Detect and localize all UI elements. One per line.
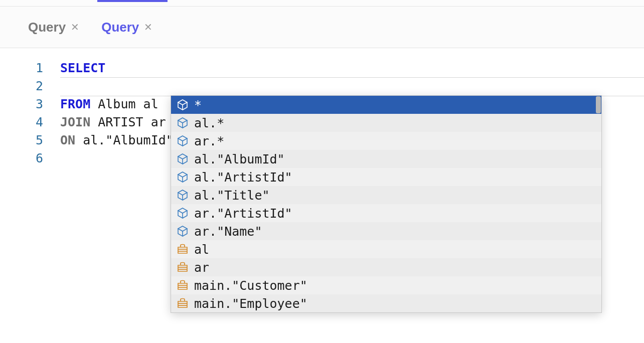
autocomplete-item[interactable]: ar xyxy=(171,258,601,276)
token: SELECT xyxy=(60,61,105,75)
autocomplete-popup[interactable]: *al.*ar.*al."AlbumId"al."ArtistId"al."Ti… xyxy=(171,95,602,313)
autocomplete-item-label: * xyxy=(194,98,202,112)
table-icon xyxy=(176,243,189,256)
autocomplete-item[interactable]: main."Employee" xyxy=(171,294,601,312)
autocomplete-item[interactable]: * xyxy=(171,96,601,114)
autocomplete-item[interactable]: al xyxy=(171,240,601,258)
autocomplete-item-label: ar xyxy=(194,260,209,275)
code-line[interactable]: 2 xyxy=(0,77,644,95)
column-icon xyxy=(176,152,189,165)
autocomplete-item-label: al.* xyxy=(194,116,224,130)
autocomplete-item[interactable]: main."Customer" xyxy=(171,276,601,294)
token: al. xyxy=(75,133,105,147)
column-icon xyxy=(176,207,189,220)
token: FROM xyxy=(60,97,90,111)
line-number: 5 xyxy=(0,131,60,149)
tab-strip xyxy=(0,0,644,7)
table-icon xyxy=(176,297,189,310)
autocomplete-item-label: al."AlbumId" xyxy=(194,152,285,166)
autocomplete-item-label: al xyxy=(194,242,209,257)
column-icon xyxy=(176,134,189,147)
line-number: 6 xyxy=(0,149,60,167)
code-line[interactable]: 1SELECT xyxy=(0,59,644,77)
table-icon xyxy=(176,279,189,292)
line-number: 3 xyxy=(0,95,60,113)
autocomplete-item[interactable]: al."Title" xyxy=(171,186,601,204)
code-content[interactable]: SELECT xyxy=(60,59,105,77)
tab-1[interactable]: Query✕ xyxy=(101,7,152,48)
close-icon[interactable]: ✕ xyxy=(71,21,79,33)
autocomplete-item-label: ar.* xyxy=(194,134,224,148)
autocomplete-item[interactable]: ar."ArtistId" xyxy=(171,204,601,222)
token: Album al xyxy=(90,97,158,111)
autocomplete-item-label: ar."Name" xyxy=(194,224,262,239)
autocomplete-item-label: main."Employee" xyxy=(194,296,307,311)
close-icon[interactable]: ✕ xyxy=(144,21,152,33)
token: "AlbumId" xyxy=(105,133,173,147)
autocomplete-item[interactable]: al."ArtistId" xyxy=(171,168,601,186)
code-content[interactable]: JOIN ARTIST ar xyxy=(60,113,166,131)
line-number: 4 xyxy=(0,113,60,131)
line-number: 1 xyxy=(0,59,60,77)
tab-label: Query xyxy=(101,20,139,35)
autocomplete-item-label: al."ArtistId" xyxy=(194,170,292,185)
autocomplete-item-label: ar."ArtistId" xyxy=(194,206,292,221)
token: ARTIST ar xyxy=(90,115,166,129)
code-content[interactable]: ON al."AlbumId" xyxy=(60,131,174,149)
column-icon xyxy=(176,98,189,111)
token: JOIN xyxy=(60,115,90,129)
tab-bar: Query✕Query✕ xyxy=(0,7,644,48)
autocomplete-item-label: al."Title" xyxy=(194,188,270,203)
tab-label: Query xyxy=(28,20,66,35)
autocomplete-item[interactable]: al.* xyxy=(171,114,601,132)
table-icon xyxy=(176,261,189,274)
autocomplete-item[interactable]: ar.* xyxy=(171,132,601,150)
column-icon xyxy=(176,170,189,184)
autocomplete-item-label: main."Customer" xyxy=(194,278,307,293)
column-icon xyxy=(176,189,189,202)
token: ON xyxy=(60,133,75,147)
scrollbar-thumb[interactable] xyxy=(596,96,601,113)
autocomplete-item[interactable]: al."AlbumId" xyxy=(171,150,601,168)
code-editor[interactable]: 1SELECT23FROM Album al4JOIN ARTIST ar5ON… xyxy=(0,48,644,167)
line-number: 2 xyxy=(0,77,60,95)
column-icon xyxy=(176,116,189,129)
tab-0[interactable]: Query✕ xyxy=(28,7,79,48)
autocomplete-item[interactable]: ar."Name" xyxy=(171,222,601,240)
code-content[interactable]: FROM Album al xyxy=(60,95,158,113)
column-icon xyxy=(176,225,189,238)
